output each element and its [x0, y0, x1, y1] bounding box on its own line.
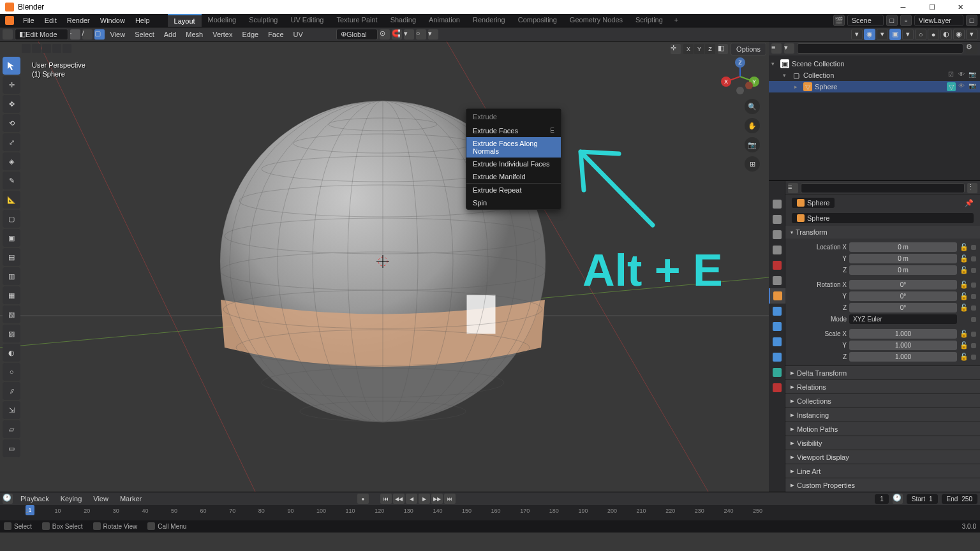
tab-scene[interactable] [769, 242, 785, 258]
keyframe-dot[interactable] [971, 305, 976, 311]
select-mode-4[interactable] [52, 44, 61, 53]
edge-select-mode[interactable]: / [82, 29, 93, 40]
spin-tool[interactable]: ◐ [3, 344, 20, 362]
camera-icon[interactable]: 📷 [969, 71, 977, 80]
menu-extrude-along-normals[interactable]: Extrude Faces Along Normals [466, 137, 561, 158]
outliner-editor-icon[interactable]: ≡ [771, 43, 782, 54]
minimize-button[interactable]: ─ [889, 0, 917, 14]
menu-window[interactable]: Window [95, 15, 130, 26]
shrink-tool[interactable]: ⇲ [3, 401, 20, 419]
panel-motion-paths[interactable]: ▸Motion Paths [785, 422, 980, 436]
panel-relations[interactable]: ▸Relations [785, 379, 980, 393]
viewlayer-new-button[interactable]: □ [966, 15, 977, 26]
scale-tool[interactable]: ⤢ [3, 133, 20, 151]
lock-icon[interactable]: 🔓 [960, 353, 969, 362]
rendered-shading[interactable]: ◉ [953, 29, 965, 40]
show-overlays-toggle[interactable]: ◉ [864, 29, 875, 40]
keyframe-dot[interactable] [971, 343, 976, 348]
menu-render[interactable]: Render [62, 15, 95, 26]
wireframe-shading[interactable]: ○ [915, 29, 926, 40]
mesh-menu[interactable]: Mesh [182, 29, 207, 40]
menu-help[interactable]: Help [130, 15, 155, 26]
viewlayer-name-field[interactable]: ViewLayer [914, 15, 963, 26]
keyframe-prev-icon[interactable]: ◀◀ [393, 494, 405, 504]
outliner-filter-icon[interactable]: ⚙ [966, 43, 977, 54]
tab-physics[interactable] [769, 334, 785, 349]
workspace-rendering[interactable]: Rendering [466, 14, 512, 27]
keyframe-dot[interactable] [971, 256, 976, 261]
pin-icon[interactable]: 📌 [961, 196, 977, 210]
keyframe-dot[interactable] [971, 283, 976, 288]
menu-extrude-repeat[interactable]: Extrude Repeat [466, 183, 561, 196]
perspective-icon[interactable]: ⊞ [745, 156, 760, 172]
properties-options-icon[interactable]: ⋮ [967, 183, 977, 193]
orientation-dropdown[interactable]: ⊕ Global [336, 29, 378, 40]
vertex-menu[interactable]: Vertex [209, 29, 236, 40]
poly-build-tool[interactable]: ▨ [3, 325, 20, 342]
workspace-geometry-nodes[interactable]: Geometry Nodes [563, 14, 629, 27]
panel-delta-transform[interactable]: ▸Delta Transform [785, 365, 980, 379]
keyframe-dot[interactable] [971, 294, 976, 299]
rotate-tool[interactable]: ⟲ [3, 114, 20, 132]
keyframe-dot[interactable] [971, 355, 976, 360]
mesh-display-dropdown[interactable]: ▾ [851, 29, 863, 40]
panel-line-art[interactable]: ▸Line Art [785, 464, 980, 478]
lock-icon[interactable]: 🔓 [960, 341, 969, 350]
cursor-tool[interactable]: ✛ [3, 76, 20, 94]
3d-viewport[interactable]: Z Y X ✛ ✥ ⟲ ⤢ ◈ ✎ 📐 ▢ ▣ [0, 41, 769, 492]
panel-instancing[interactable]: ▸Instancing [785, 408, 980, 422]
rip-tool[interactable]: ▭ [3, 439, 20, 457]
properties-search[interactable] [801, 183, 965, 193]
tab-mesh[interactable] [769, 365, 785, 380]
lock-icon[interactable]: 🔓 [960, 304, 969, 312]
rotation-y-field[interactable]: 0° [849, 291, 957, 301]
rotation-z-field[interactable]: 0° [849, 303, 957, 312]
select-mode-1[interactable] [22, 44, 31, 53]
viewlayer-browse-icon[interactable]: ▫ [900, 15, 912, 26]
gizmo-toggle[interactable]: ✛ [671, 44, 681, 54]
workspace-sculpting[interactable]: Sculpting [242, 14, 284, 27]
panel-collections[interactable]: ▸Collections [785, 393, 980, 408]
timeline-view-menu[interactable]: View [89, 494, 112, 504]
vertex-select-mode[interactable]: · [70, 29, 80, 40]
timeline-track[interactable]: 1 11020304050607080901001101201301401501… [0, 505, 980, 520]
preview-range-icon[interactable]: 🕐 [893, 494, 903, 504]
current-frame-field[interactable]: 1 [875, 494, 889, 504]
annotate-tool[interactable]: ✎ [3, 172, 20, 189]
editor-type-icon[interactable] [3, 29, 13, 40]
face-select-mode[interactable]: ▢ [94, 29, 105, 40]
face-menu[interactable]: Face [264, 29, 287, 40]
tab-world[interactable] [769, 258, 785, 273]
loop-cut-tool[interactable]: ▦ [3, 286, 20, 304]
play-icon[interactable]: ▶ [419, 494, 430, 504]
keyframe-dot[interactable] [971, 332, 976, 337]
lock-icon[interactable]: 🔓 [960, 254, 969, 263]
workspace-animation[interactable]: Animation [422, 14, 466, 27]
scene-new-button[interactable]: □ [886, 15, 898, 26]
smooth-tool[interactable]: ○ [3, 363, 20, 381]
select-menu[interactable]: Select [131, 29, 158, 40]
workspace-compositing[interactable]: Compositing [512, 14, 563, 27]
shear-tool[interactable]: ▱ [3, 420, 20, 438]
pivot-dropdown[interactable]: ⊙ [380, 29, 390, 40]
timeline-editor-icon[interactable]: 🕐 [3, 494, 13, 504]
eye-icon[interactable]: 👁 [958, 71, 967, 80]
autokey-toggle[interactable]: ● [357, 494, 369, 504]
select-mode-5[interactable] [63, 44, 71, 53]
lock-icon[interactable]: 🔓 [960, 243, 969, 252]
material-shading[interactable]: ◐ [940, 29, 952, 40]
menu-extrude-individual[interactable]: Extrude Individual Faces [466, 158, 561, 170]
add-cube-tool[interactable]: ▢ [3, 210, 20, 228]
extrude-tool[interactable]: ▣ [3, 229, 20, 247]
proportional-toggle[interactable]: ○ [416, 29, 426, 40]
breadcrumb-object[interactable]: Sphere [792, 198, 835, 208]
move-tool[interactable]: ✥ [3, 95, 20, 113]
rotation-x-field[interactable]: 0° [849, 280, 957, 290]
chevron-right-icon[interactable]: ▸ [794, 84, 801, 90]
tab-output[interactable] [769, 212, 785, 227]
axis-y-badge[interactable]: Y [694, 44, 704, 54]
lock-icon[interactable]: 🔓 [960, 266, 969, 275]
viewport-canvas[interactable]: Z Y X [0, 41, 769, 492]
select-mode-3[interactable] [42, 44, 51, 53]
workspace-uv-editing[interactable]: UV Editing [284, 14, 330, 27]
